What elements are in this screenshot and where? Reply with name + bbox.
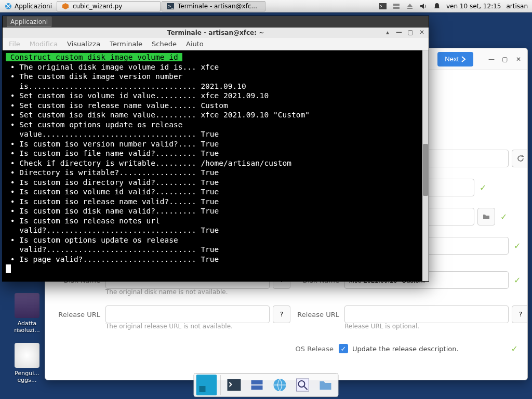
dock-browser[interactable] [270, 375, 290, 395]
dock-folder[interactable] [315, 375, 336, 395]
info-button[interactable]: ? [273, 305, 290, 323]
dock-terminal[interactable] [224, 375, 245, 395]
chevron-right-icon [461, 56, 466, 62]
os-release-label: OS Release [288, 345, 335, 353]
release-url-field-right[interactable] [344, 305, 509, 323]
taskbar-item-terminal[interactable]: >_ Terminale - artisan@xfc... [162, 1, 265, 11]
svg-rect-10 [228, 379, 241, 391]
menu-aiuto[interactable]: Aiuto [186, 40, 204, 48]
maximize-button[interactable]: ▢ [501, 56, 509, 63]
applications-menu-label: Applicazioni [15, 3, 52, 10]
menu-schede[interactable]: Schede [152, 40, 177, 48]
release-url-hint-left: The original release URL is not availabl… [105, 323, 290, 330]
cubic-window-controls: — ▢ ✕ [488, 56, 522, 63]
cubic-app-icon [61, 2, 70, 10]
svg-marker-1 [62, 3, 69, 9]
check-icon: ✓ [500, 212, 507, 222]
svg-rect-4 [379, 3, 387, 9]
menu-file-disabled: File [9, 40, 20, 48]
check-icon: ✓ [480, 183, 486, 193]
release-url-field-left[interactable] [105, 305, 270, 323]
tray-terminal-icon[interactable] [379, 2, 387, 10]
applications-menu-inwin[interactable]: Applicazioni [7, 17, 51, 27]
taskbar-item-cubic[interactable]: cubic_wizard.py [57, 1, 161, 11]
release-url-label-left: Release URL [55, 311, 101, 318]
shade-button[interactable]: ▴ [384, 29, 391, 36]
svg-rect-9 [200, 386, 206, 392]
clock[interactable]: ven 10 set, 12:15 [446, 3, 501, 10]
user-label[interactable]: artisan [506, 3, 528, 10]
system-tray: ven 10 set, 12:15 artisan [375, 2, 532, 10]
top-panel: Applicazioni cubic_wizard.py >_ Terminal… [0, 0, 532, 12]
desktop-icon-penguin[interactable]: Pengui... eggs... [6, 343, 48, 383]
penguin-eggs-icon [15, 343, 39, 368]
terminal-menubar: File Modifica Visualizza Terminale Sched… [3, 38, 429, 50]
dock-show-desktop[interactable] [196, 375, 217, 395]
refresh-icon [516, 154, 525, 163]
svg-rect-7 [407, 8, 413, 9]
volume-icon[interactable] [419, 2, 428, 10]
dock-files[interactable] [247, 375, 268, 395]
tray-mount-icon[interactable] [406, 2, 414, 10]
svg-rect-11 [251, 380, 263, 384]
terminal-dark-bar: Applicazioni [3, 16, 429, 28]
dock-search[interactable] [292, 375, 313, 395]
os-release-checkbox[interactable]: ✓ [339, 344, 348, 353]
notification-icon[interactable] [433, 2, 441, 10]
browse-button[interactable] [477, 208, 495, 225]
menu-terminale[interactable]: Terminale [110, 40, 142, 48]
terminal-titlebar[interactable]: Terminale - artisan@xfce: ~ ▴ — ▢ ✕ [3, 28, 429, 38]
release-url-hint-right: Release URL is optional. [344, 323, 527, 330]
dock [194, 373, 339, 397]
terminal-app-icon: >_ [166, 2, 175, 10]
menu-modifica-disabled: Modifica [30, 40, 58, 48]
minimize-button[interactable]: — [488, 56, 495, 63]
search-icon [295, 377, 311, 393]
folder-icon [482, 212, 490, 221]
xfce-logo-icon [4, 2, 12, 10]
info-button[interactable]: ? [512, 305, 527, 323]
scrollbar-thumb[interactable] [423, 144, 428, 196]
close-button[interactable]: ✕ [515, 56, 522, 63]
menu-visualizza[interactable]: Visualizza [67, 40, 100, 48]
refresh-button[interactable] [512, 150, 527, 167]
terminal-window: Applicazioni Terminale - artisan@xfce: ~… [2, 16, 429, 282]
svg-rect-6 [393, 7, 400, 9]
check-icon: ✓ [514, 275, 521, 285]
desktop-icon-adatta[interactable]: Adatta risoluzi... [6, 293, 48, 334]
check-icon: ✓ [511, 344, 518, 354]
show-desktop-icon [198, 377, 215, 393]
svg-rect-5 [393, 4, 400, 6]
maximize-button[interactable]: ▢ [407, 29, 414, 36]
svg-text:>_: >_ [168, 4, 174, 9]
minimize-button[interactable]: — [395, 29, 403, 36]
display-icon [15, 293, 39, 318]
release-url-label-right: Release URL [294, 311, 340, 318]
terminal-content[interactable]: Construct custom disk image volume id • … [3, 50, 429, 281]
folder-icon [318, 377, 334, 393]
svg-rect-12 [251, 385, 263, 390]
tray-storage-icon[interactable] [392, 2, 401, 10]
terminal-app-icon [227, 377, 242, 393]
close-button[interactable]: ✕ [418, 29, 425, 36]
applications-menu-button[interactable]: Applicazioni [0, 0, 56, 12]
globe-icon [272, 377, 288, 393]
next-button[interactable]: Next [437, 52, 473, 66]
disk-name-hint: The original disk name is not available. [105, 288, 290, 296]
os-release-text: Update the release description. [352, 345, 459, 353]
check-icon: ✓ [514, 241, 521, 251]
terminal-scrollbar[interactable] [422, 50, 429, 281]
files-icon [249, 377, 265, 393]
